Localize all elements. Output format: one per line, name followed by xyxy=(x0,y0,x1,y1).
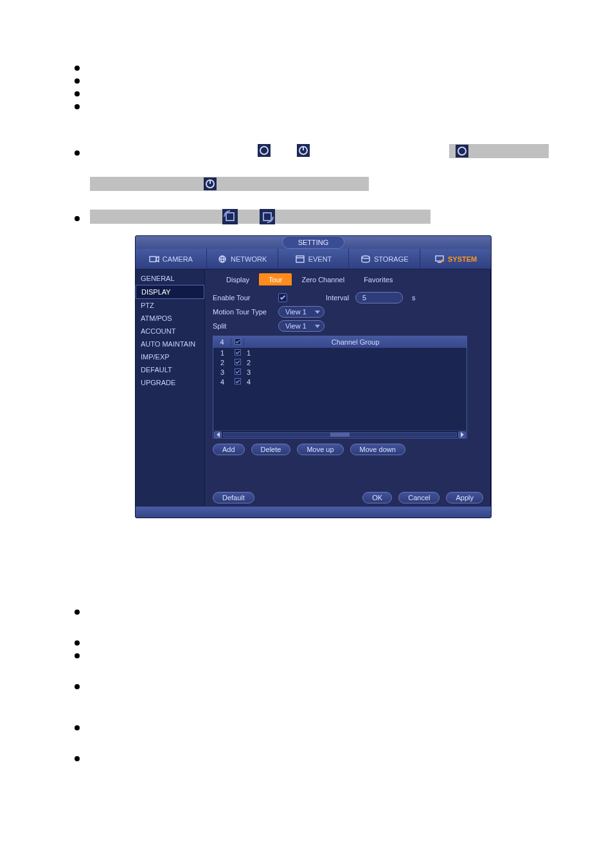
nav-label: STORAGE xyxy=(374,255,409,263)
square-rotate-icon xyxy=(260,209,272,222)
row-check[interactable] xyxy=(235,368,241,375)
main-panel: Display Tour Zero Channel Favorites Enab… xyxy=(205,269,491,506)
row-group: 1 xyxy=(244,349,466,357)
title-bar: SETTING xyxy=(136,236,491,249)
moveup-button[interactable]: Move up xyxy=(297,444,343,455)
table-hscrollbar[interactable] xyxy=(213,430,466,438)
enable-tour-label: Enable Tour xyxy=(213,294,272,302)
nav-camera[interactable]: CAMERA xyxy=(136,249,207,269)
split-label: Split xyxy=(213,322,272,330)
nav-storage[interactable]: STORAGE xyxy=(349,249,420,269)
bullet xyxy=(75,725,80,730)
channel-group-table: 4 Channel Group 1 1 2 2 3 3 xyxy=(213,336,467,439)
bullet xyxy=(75,150,80,156)
nav-event[interactable]: EVENT xyxy=(278,249,350,269)
bullet xyxy=(75,640,80,646)
interval-unit: s xyxy=(412,294,416,302)
row-check[interactable] xyxy=(235,349,241,356)
row-index: 3 xyxy=(213,368,231,376)
header-check[interactable] xyxy=(231,338,244,346)
row-index: 1 xyxy=(213,349,231,357)
cancel-button[interactable]: Cancel xyxy=(398,492,440,503)
sidebar-auto-maintain[interactable]: AUTO MAINTAIN xyxy=(136,338,204,350)
sidebar-upgrade[interactable]: UPGRADE xyxy=(136,376,204,389)
subtab-zerochannel[interactable]: Zero Channel xyxy=(292,273,354,285)
bullet xyxy=(75,684,80,689)
row-index: 4 xyxy=(213,378,231,386)
sidebar-display[interactable]: DISPLAY xyxy=(136,285,204,299)
event-icon xyxy=(295,255,305,264)
interval-label: Interval xyxy=(326,294,349,302)
svg-point-20 xyxy=(362,256,369,258)
header-count: 4 xyxy=(213,338,231,346)
top-nav: CAMERA NETWORK EVENT STORAGE SYSTEM xyxy=(136,249,491,269)
nav-label: CAMERA xyxy=(163,255,193,263)
row-check[interactable] xyxy=(235,359,241,365)
square-rotate-icon xyxy=(222,209,235,222)
sidebar-impexp[interactable]: IMP/EXP xyxy=(136,350,204,363)
sidebar-account[interactable]: ACCOUNT xyxy=(136,325,204,338)
check-all[interactable] xyxy=(235,338,241,345)
sidebar-general[interactable]: GENERAL xyxy=(136,272,204,285)
header-group: Channel Group xyxy=(244,338,466,346)
table-row[interactable]: 3 3 xyxy=(213,367,466,377)
svg-rect-14 xyxy=(150,257,156,262)
tour-toggle-icon xyxy=(297,144,310,157)
table-header: 4 Channel Group xyxy=(213,336,466,348)
table-row[interactable]: 2 2 xyxy=(213,357,466,367)
sidebar-ptz[interactable]: PTZ xyxy=(136,299,204,312)
bullet xyxy=(75,756,80,761)
svg-marker-15 xyxy=(156,257,159,262)
motion-tour-select[interactable]: View 1 xyxy=(278,306,324,318)
nav-network[interactable]: NETWORK xyxy=(207,249,278,269)
bullet xyxy=(75,91,80,96)
apply-button[interactable]: Apply xyxy=(446,492,483,503)
scroll-right-icon[interactable] xyxy=(458,431,466,438)
svg-rect-18 xyxy=(296,256,304,262)
svg-point-23 xyxy=(441,259,443,262)
setting-window: SETTING CAMERA NETWORK EVENT STORAGE xyxy=(135,235,492,518)
nav-label: NETWORK xyxy=(231,255,267,263)
subtab-tour[interactable]: Tour xyxy=(259,273,292,285)
row-group: 4 xyxy=(244,378,466,386)
nav-system[interactable]: SYSTEM xyxy=(420,249,491,269)
nav-label: EVENT xyxy=(308,255,332,263)
subtab-favorites[interactable]: Favorites xyxy=(354,273,402,285)
window-title: SETTING xyxy=(282,236,345,249)
bullet xyxy=(75,653,80,658)
bullet xyxy=(75,216,80,221)
table-row[interactable]: 4 4 xyxy=(213,377,466,386)
system-icon xyxy=(434,255,445,264)
bullet xyxy=(75,610,80,615)
delete-button[interactable]: Delete xyxy=(251,444,291,455)
enable-tour-checkbox[interactable] xyxy=(278,293,287,302)
tour-toggle-icon xyxy=(258,144,271,157)
movedown-button[interactable]: Move down xyxy=(350,444,405,455)
sub-tabs: Display Tour Zero Channel Favorites xyxy=(217,273,483,285)
bullet xyxy=(75,78,80,84)
bullet xyxy=(75,66,80,71)
scroll-track[interactable] xyxy=(223,432,457,437)
row-group: 3 xyxy=(244,368,466,376)
camera-icon xyxy=(149,255,159,264)
table-row[interactable]: 1 1 xyxy=(213,348,466,357)
tour-toggle-icon xyxy=(456,145,468,158)
interval-input[interactable]: 5 xyxy=(355,292,403,303)
scroll-thumb[interactable] xyxy=(330,433,350,437)
highlight-bar xyxy=(90,177,369,191)
motion-tour-label: Motion Tour Type xyxy=(213,308,272,316)
tour-toggle-icon xyxy=(204,177,217,190)
ok-button[interactable]: OK xyxy=(362,492,392,503)
sidebar: GENERAL DISPLAY PTZ ATM/POS ACCOUNT AUTO… xyxy=(136,269,205,506)
subtab-display[interactable]: Display xyxy=(217,273,259,285)
add-button[interactable]: Add xyxy=(213,444,245,455)
nav-label: SYSTEM xyxy=(448,255,477,263)
default-button[interactable]: Default xyxy=(213,492,254,503)
sidebar-default[interactable]: DEFAULT xyxy=(136,363,204,376)
scroll-left-icon[interactable] xyxy=(214,431,222,438)
split-select[interactable]: View 1 xyxy=(278,320,324,332)
row-check[interactable] xyxy=(235,378,241,384)
sidebar-atmpos[interactable]: ATM/POS xyxy=(136,312,204,325)
network-icon xyxy=(217,255,227,264)
window-footer xyxy=(136,506,491,518)
